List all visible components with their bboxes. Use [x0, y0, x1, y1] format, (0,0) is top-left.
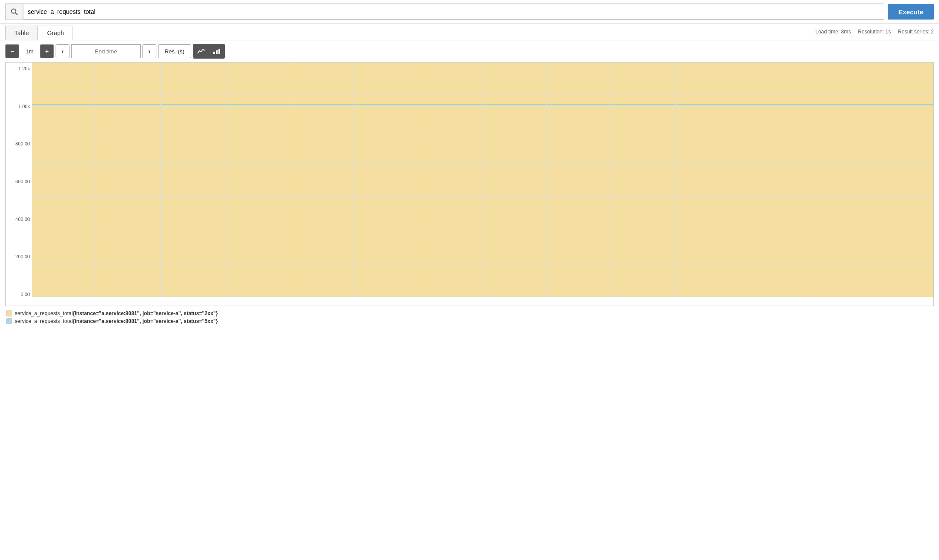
grid-cell [418, 163, 483, 196]
grid-cell [354, 197, 418, 230]
grid-cell [289, 96, 354, 129]
meta-info: Load time: 8ms Resolution: 1s Result ser… [815, 29, 934, 37]
next-time-button[interactable]: › [142, 44, 156, 58]
grid-cell [869, 163, 933, 196]
end-time-input[interactable] [71, 44, 141, 58]
grid-cell [32, 230, 96, 264]
grid-cell [96, 230, 160, 264]
legend-color-0 [6, 310, 12, 316]
grid-cell [96, 264, 160, 297]
grid-cell [225, 230, 289, 264]
chart-grid [32, 63, 933, 297]
grid-cell [32, 197, 96, 230]
grid-cell [804, 230, 869, 264]
grid-cell [612, 63, 676, 96]
grid-cell [676, 96, 740, 129]
grid-cell [804, 163, 869, 196]
grid-cell [483, 197, 547, 230]
grid-cell [676, 63, 740, 96]
grid-cell [483, 63, 547, 96]
grid-cell [804, 63, 869, 96]
grid-cell [354, 63, 418, 96]
grid-cell [547, 129, 611, 163]
grid-cell [225, 197, 289, 230]
grid-cell [225, 163, 289, 196]
grid-cell [483, 163, 547, 196]
legend-item-1: service_a_requests_total{instance="a.ser… [6, 318, 933, 324]
grid-cell [161, 264, 225, 297]
grid-cell [740, 163, 804, 196]
grid-cell [740, 230, 804, 264]
grid-cell [612, 129, 676, 163]
grid-cell [418, 96, 483, 129]
execute-button[interactable]: Execute [888, 4, 934, 20]
grid-cell [225, 129, 289, 163]
grid-cell [676, 264, 740, 297]
grid-cell [354, 230, 418, 264]
grid-cell [869, 96, 933, 129]
tab-table[interactable]: Table [5, 26, 38, 40]
grid-cell [418, 264, 483, 297]
prev-time-button[interactable]: ‹ [56, 44, 69, 58]
line-chart-button[interactable] [193, 44, 209, 58]
chart-inner: 1.20k 1.00k 800.00 600.00 400.00 200.00 … [6, 63, 933, 306]
grid-cell [96, 96, 160, 129]
grid-cell [32, 163, 96, 196]
load-time: Load time: 8ms [815, 29, 851, 35]
zoom-out-button[interactable]: − [5, 44, 19, 58]
grid-cell [161, 63, 225, 96]
legend-item-0: service_a_requests_total{instance="a.ser… [6, 310, 933, 316]
grid-cell [96, 163, 160, 196]
grid-cell [225, 264, 289, 297]
grid-cell [804, 129, 869, 163]
grid-cell [547, 163, 611, 196]
grid-cell [547, 230, 611, 264]
y-axis: 1.20k 1.00k 800.00 600.00 400.00 200.00 … [6, 63, 32, 306]
grid-cell [612, 96, 676, 129]
svg-line-1 [15, 13, 17, 15]
grid-cell [96, 63, 160, 96]
chart-plot: 15:00:10 15:00:15 15:00:20 15:00:25 15:0… [32, 63, 933, 306]
y-label-6: 0.00 [6, 292, 30, 297]
stacked-chart-button[interactable] [209, 44, 225, 58]
search-input[interactable] [23, 4, 884, 20]
grid-cell [289, 163, 354, 196]
search-wrap [5, 3, 884, 20]
grid-cell [483, 129, 547, 163]
tab-graph[interactable]: Graph [38, 26, 73, 40]
search-icon [6, 4, 23, 20]
grid-cell [869, 197, 933, 230]
zoom-in-button[interactable]: + [40, 44, 54, 58]
grid-cell [354, 129, 418, 163]
grid-cell [289, 197, 354, 230]
y-label-4: 400.00 [6, 217, 30, 222]
grid-cell [740, 264, 804, 297]
grid-cell [547, 264, 611, 297]
grid-cell [289, 63, 354, 96]
resolution-button[interactable]: Res. (s) [158, 44, 191, 58]
grid-cell [612, 163, 676, 196]
grid-cell [32, 96, 96, 129]
grid-cell [869, 63, 933, 96]
grid-cell [418, 63, 483, 96]
grid-cell [161, 163, 225, 196]
grid-cell [547, 96, 611, 129]
chart-type-group [193, 44, 225, 59]
resolution: Resolution: 1s [858, 29, 891, 35]
grid-cell [869, 230, 933, 264]
grid-cell [225, 63, 289, 96]
y-label-1: 1.00k [6, 104, 30, 109]
grid-cell [676, 163, 740, 196]
y-label-5: 200.00 [6, 254, 30, 259]
grid-cell [161, 230, 225, 264]
grid-cell [483, 264, 547, 297]
legend-color-1 [6, 318, 12, 324]
grid-cell [740, 197, 804, 230]
svg-rect-3 [216, 50, 218, 54]
svg-rect-2 [213, 52, 215, 54]
grid-cell [161, 96, 225, 129]
grid-cell [354, 264, 418, 297]
grid-cell [418, 230, 483, 264]
legend: service_a_requests_total{instance="a.ser… [0, 306, 939, 329]
grid-cell [32, 129, 96, 163]
